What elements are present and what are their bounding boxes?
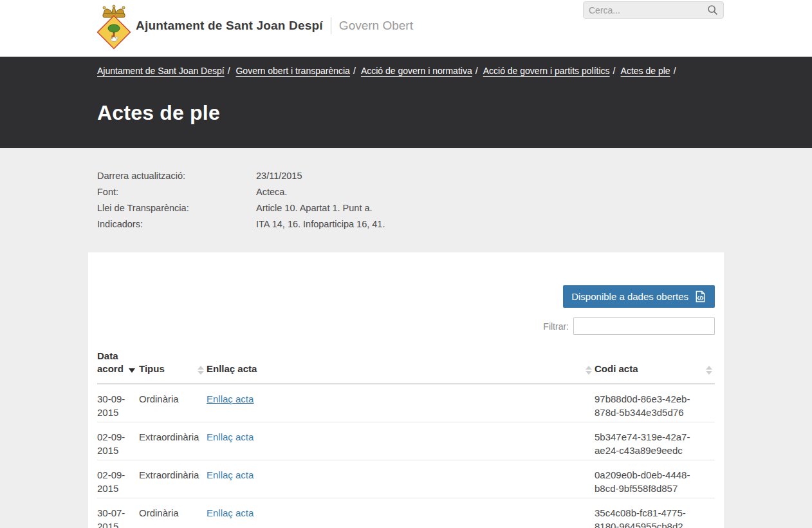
breadcrumb-separator: / — [613, 66, 616, 76]
filter-input[interactable] — [573, 317, 715, 335]
meta-value: Article 10. Apartat 1. Punt a. — [256, 200, 715, 216]
search-input[interactable] — [589, 5, 707, 15]
cell-type: Extraordinària — [139, 422, 207, 460]
column-header-tipus[interactable]: Tipus — [139, 350, 207, 384]
cell-date: 02-09-2015 — [97, 460, 139, 498]
page-hero: Ajuntament de Sant Joan Despí/ Govern ob… — [0, 57, 812, 148]
meta-value: 23/11/2015 — [256, 168, 715, 184]
sort-unsorted-icon[interactable] — [586, 366, 592, 375]
cell-code: 0a209e0b-d0eb-4448-b8cd-9bf558f8d857 — [595, 460, 715, 498]
breadcrumb-link-transparencia[interactable]: Govern obert i transparència — [235, 66, 349, 76]
breadcrumb-link-home[interactable]: Ajuntament de Sant Joan Despí — [97, 66, 225, 76]
cell-type: Extraordinària — [139, 460, 207, 498]
acta-link[interactable]: Enllaç acta — [207, 393, 254, 404]
meta-row-darrera-actualitzacio: Darrera actualització: 23/11/2015 — [97, 168, 715, 184]
table-row: 30-07-2015 Ordinària Enllaç acta 35c4c08… — [97, 498, 715, 528]
column-label: Data acord — [97, 350, 124, 374]
cell-code: 5b347e74-319e-42a7-ae24-c43a89e9eedc — [595, 422, 715, 460]
breadcrumb-link-accio-govern[interactable]: Acció de govern i normativa — [361, 66, 472, 76]
breadcrumb-separator: / — [353, 66, 356, 76]
breadcrumb-separator: / — [228, 66, 230, 76]
sort-descending-icon[interactable] — [129, 368, 135, 373]
file-code-icon — [694, 290, 706, 303]
metadata-section: Darrera actualització: 23/11/2015 Font: … — [0, 148, 812, 252]
acta-link[interactable]: Enllaç acta — [207, 507, 254, 518]
site-subtitle: Govern Obert — [339, 19, 413, 33]
meta-row-llei-transparencia: Llei de Transparència: Article 10. Apart… — [97, 200, 715, 216]
acta-link[interactable]: Enllaç acta — [207, 469, 254, 480]
search-box[interactable] — [583, 1, 724, 19]
breadcrumb-link-actes-de-ple[interactable]: Actes de ple — [621, 66, 670, 76]
cell-type: Ordinària — [139, 384, 207, 422]
search-icon[interactable] — [707, 5, 718, 15]
meta-label: Darrera actualització: — [97, 168, 256, 184]
filter-label: Filtrar: — [543, 321, 569, 332]
meta-label: Llei de Transparència: — [97, 200, 256, 216]
cell-code: 35c4c08b-fc81-4775-8180-9645955cb8d2 — [595, 498, 715, 528]
table-row: 02-09-2015 Extraordinària Enllaç acta 0a… — [97, 460, 715, 498]
cell-date: 30-09-2015 — [97, 384, 139, 422]
site-title[interactable]: Ajuntament de Sant Joan Despí — [136, 19, 323, 33]
table-row: 30-09-2015 Ordinària Enllaç acta 97b88d0… — [97, 384, 715, 422]
sort-unsorted-icon[interactable] — [706, 366, 712, 375]
column-header-enllac-acta[interactable]: Enllaç acta — [207, 350, 595, 384]
brand-divider — [331, 17, 331, 34]
breadcrumb-link-partits-politics[interactable]: Acció de govern i partits polítics — [483, 66, 610, 76]
cell-code: 97b88d0d-86e3-42eb-878d-5b344e3d5d76 — [595, 384, 715, 422]
table-row: 02-09-2015 Extraordinària Enllaç acta 5b… — [97, 422, 715, 460]
cell-date: 30-07-2015 — [97, 498, 139, 528]
sort-unsorted-icon[interactable] — [198, 366, 204, 375]
column-label: Enllaç acta — [207, 363, 257, 374]
meta-label: Font: — [97, 184, 256, 200]
meta-value: Acteca. — [256, 184, 715, 200]
column-label: Codi acta — [595, 363, 638, 374]
breadcrumb-separator: / — [475, 66, 478, 76]
data-card: Disponible a dades obertes Filtrar: Dat — [88, 252, 724, 528]
site-header: Ajuntament de Sant Joan Despí Govern Obe… — [0, 0, 812, 57]
cell-type: Ordinària — [139, 498, 207, 528]
meta-row-indicadors: Indicadors: ITA 14, 16. Infoparticipa 16… — [97, 216, 715, 232]
cell-date: 02-09-2015 — [97, 422, 139, 460]
column-label: Tipus — [139, 363, 165, 374]
meta-value: ITA 14, 16. Infoparticipa 16, 41. — [256, 216, 715, 232]
actes-table: Data acord Tipus Enllaç acta Codi acta — [97, 350, 715, 528]
breadcrumb: Ajuntament de Sant Joan Despí/ Govern ob… — [97, 65, 715, 77]
column-header-codi-acta[interactable]: Codi acta — [595, 350, 715, 384]
acta-link[interactable]: Enllaç acta — [207, 431, 254, 442]
open-data-button[interactable]: Disponible a dades obertes — [563, 285, 715, 308]
page-title: Actes de ple — [97, 101, 715, 125]
city-crest-logo-icon — [97, 3, 131, 52]
meta-label: Indicadors: — [97, 216, 256, 232]
open-data-button-label: Disponible a dades obertes — [571, 291, 688, 302]
meta-row-font: Font: Acteca. — [97, 184, 715, 200]
breadcrumb-separator: / — [674, 66, 676, 76]
column-header-data-acord[interactable]: Data acord — [97, 350, 139, 384]
